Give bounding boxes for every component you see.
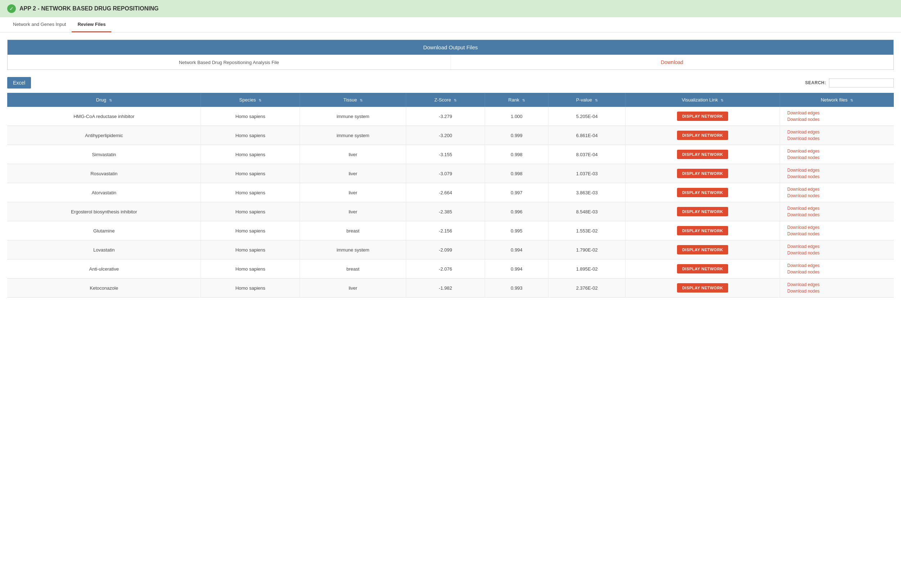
download-edges-link[interactable]: Download edges [787,263,819,268]
table-row: Ergosterol biosynthesis inhibitor Homo s… [7,202,894,221]
cell-tissue: immune system [299,107,406,126]
download-nodes-link[interactable]: Download nodes [787,155,819,160]
cell-drug: Rosuvastatin [7,164,201,183]
download-nodes-link[interactable]: Download nodes [787,136,819,141]
download-nodes-link[interactable]: Download nodes [787,174,819,179]
display-network-button[interactable]: DISPLAY NETWORK [677,245,728,254]
cell-zscore: -3.279 [406,107,485,126]
sort-pvalue-icon[interactable]: ⇅ [595,98,598,102]
cell-zscore: -2.099 [406,240,485,260]
search-label: SEARCH: [805,80,826,85]
cell-pvalue: 5.205E-04 [549,107,625,126]
download-analysis-link[interactable]: Download [661,59,683,65]
display-network-button[interactable]: DISPLAY NETWORK [677,283,728,292]
cell-network-files: Download edges Download nodes [780,202,894,221]
cell-network-files: Download edges Download nodes [780,260,894,278]
sort-network-icon[interactable]: ⇅ [850,98,853,102]
col-zscore: Z-Score ⇅ [406,93,485,107]
sort-species-icon[interactable]: ⇅ [259,98,262,102]
table-header-row: Drug ⇅ Species ⇅ Tissue ⇅ Z-Score ⇅ Rank [7,93,894,107]
cell-tissue: breast [299,221,406,240]
cell-rank: 0.993 [485,278,549,298]
sort-drug-icon[interactable]: ⇅ [109,98,112,102]
cell-rank: 0.997 [485,183,549,202]
download-nodes-link[interactable]: Download nodes [787,212,819,217]
download-nodes-link[interactable]: Download nodes [787,269,819,275]
cell-species: Homo sapiens [201,278,299,298]
cell-rank: 0.994 [485,260,549,278]
download-edges-link[interactable]: Download edges [787,244,819,249]
download-edges-link[interactable]: Download edges [787,187,819,192]
download-nodes-link[interactable]: Download nodes [787,193,819,198]
display-network-button[interactable]: DISPLAY NETWORK [677,207,728,216]
sort-viz-icon[interactable]: ⇅ [720,98,723,102]
cell-rank: 0.998 [485,164,549,183]
network-links: Download edges Download nodes [784,282,890,294]
sort-zscore-icon[interactable]: ⇅ [454,98,457,102]
cell-drug: HMG-CoA reductase inhibitor [7,107,201,126]
sort-tissue-icon[interactable]: ⇅ [360,98,363,102]
cell-species: Homo sapiens [201,145,299,164]
cell-drug: Antihyperlipidemic [7,126,201,145]
table-row: Simvastatin Homo sapiens liver -3.155 0.… [7,145,894,164]
network-links: Download edges Download nodes [784,206,890,217]
download-edges-link[interactable]: Download edges [787,110,819,115]
table-row: Antihyperlipidemic Homo sapiens immune s… [7,126,894,145]
table-row: Lovastatin Homo sapiens immune system -2… [7,240,894,260]
cell-viz-link: DISPLAY NETWORK [625,221,779,240]
cell-network-files: Download edges Download nodes [780,145,894,164]
cell-zscore: -2.385 [406,202,485,221]
download-row-action: Download [451,55,894,70]
download-analysis-row: Network Based Drug Repositioning Analysi… [8,55,893,70]
download-edges-link[interactable]: Download edges [787,129,819,135]
display-network-button[interactable]: DISPLAY NETWORK [677,169,728,178]
cell-network-files: Download edges Download nodes [780,278,894,298]
cell-species: Homo sapiens [201,107,299,126]
table-row: Ketoconazole Homo sapiens liver -1.982 0… [7,278,894,298]
cell-zscore: -3.079 [406,164,485,183]
cell-species: Homo sapiens [201,183,299,202]
download-nodes-link[interactable]: Download nodes [787,289,819,294]
display-network-button[interactable]: DISPLAY NETWORK [677,131,728,140]
cell-zscore: -3.155 [406,145,485,164]
col-rank: Rank ⇅ [485,93,549,107]
cell-rank: 0.998 [485,145,549,164]
table-row: Glutamine Homo sapiens breast -2.156 0.9… [7,221,894,240]
cell-species: Homo sapiens [201,260,299,278]
cell-network-files: Download edges Download nodes [780,107,894,126]
download-nodes-link[interactable]: Download nodes [787,250,819,255]
tab-review-files[interactable]: Review Files [72,17,111,33]
download-nodes-link[interactable]: Download nodes [787,117,819,122]
cell-rank: 0.999 [485,126,549,145]
check-icon: ✓ [7,4,16,13]
cell-pvalue: 8.548E-03 [549,202,625,221]
col-tissue: Tissue ⇅ [299,93,406,107]
download-edges-link[interactable]: Download edges [787,282,819,287]
display-network-button[interactable]: DISPLAY NETWORK [677,188,728,197]
display-network-button[interactable]: DISPLAY NETWORK [677,150,728,159]
download-nodes-link[interactable]: Download nodes [787,232,819,236]
cell-species: Homo sapiens [201,126,299,145]
download-edges-link[interactable]: Download edges [787,149,819,154]
display-network-button[interactable]: DISPLAY NETWORK [677,264,728,274]
cell-rank: 0.994 [485,240,549,260]
cell-rank: 0.996 [485,202,549,221]
display-network-button[interactable]: DISPLAY NETWORK [677,226,728,235]
search-input[interactable] [829,78,894,87]
col-viz-link: Visualization Link ⇅ [625,93,779,107]
sort-rank-icon[interactable]: ⇅ [522,98,525,102]
network-links: Download edges Download nodes [784,129,890,141]
cell-pvalue: 1.037E-03 [549,164,625,183]
download-edges-link[interactable]: Download edges [787,225,819,230]
toolbar: Excel SEARCH: [7,77,894,89]
download-section-header: Download Output Files [8,40,893,55]
display-network-button[interactable]: DISPLAY NETWORK [677,112,728,121]
table-row: Rosuvastatin Homo sapiens liver -3.079 0… [7,164,894,183]
download-edges-link[interactable]: Download edges [787,206,819,211]
cell-pvalue: 3.863E-03 [549,183,625,202]
cell-viz-link: DISPLAY NETWORK [625,107,779,126]
excel-button[interactable]: Excel [7,77,31,89]
download-edges-link[interactable]: Download edges [787,168,819,173]
tab-network-genes[interactable]: Network and Genes Input [7,17,72,33]
table-row: Atorvastatin Homo sapiens liver -2.664 0… [7,183,894,202]
